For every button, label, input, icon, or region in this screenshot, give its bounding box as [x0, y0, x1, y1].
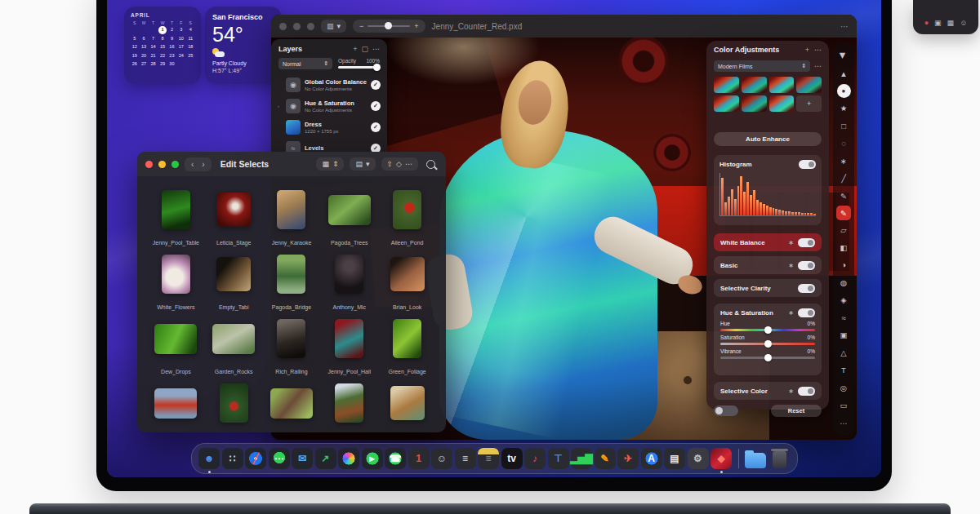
more-icon[interactable]: ⋯ — [405, 160, 412, 168]
dock-app-icon[interactable]: 1 — [408, 448, 430, 469]
preset-dropdown[interactable]: Modern Films ⇕ — [714, 60, 810, 72]
preset-thumbnail[interactable] — [769, 95, 795, 112]
titlebar-more-icon[interactable]: ⋯ — [840, 22, 849, 31]
zoom-out-icon[interactable]: − — [359, 22, 363, 30]
adjustment-toggle[interactable] — [798, 284, 815, 293]
zoom-window-button[interactable] — [307, 23, 314, 30]
file-item[interactable]: Jonathan_Garden — [263, 376, 321, 432]
tool-button[interactable]: ▲ — [835, 65, 853, 83]
tool-button[interactable]: ▶ — [835, 47, 853, 65]
tool-button[interactable]: ⋯ — [835, 414, 853, 432]
slider-knob[interactable] — [764, 340, 772, 348]
tool-button[interactable]: ∗ — [835, 153, 853, 171]
toolbar-icon[interactable]: ▣ — [934, 20, 942, 27]
file-thumbnail[interactable] — [390, 386, 425, 420]
histogram-toggle[interactable] — [799, 160, 816, 169]
tool-button[interactable]: ◧ — [835, 239, 853, 257]
toolbar-icon[interactable]: ▦ — [947, 20, 955, 27]
preset-thumbnail[interactable] — [796, 77, 822, 93]
file-item[interactable]: Green_Foliage — [378, 312, 436, 376]
group-layer-icon[interactable]: ▢ — [361, 45, 368, 53]
color-panel-more-icon[interactable]: ⋯ — [814, 46, 822, 54]
weather-widget[interactable]: San Francisco 54° Partly Cloudy H:57° L:… — [205, 7, 282, 84]
dock-app-icon[interactable]: ✎ — [595, 448, 616, 469]
file-thumbnail[interactable] — [277, 190, 305, 229]
dock-app-icon[interactable]: ✈ — [617, 448, 639, 469]
forward-button[interactable]: › — [202, 160, 204, 169]
trash-icon[interactable] — [773, 451, 786, 468]
auto-wand-icon[interactable]: ∗ — [788, 309, 794, 317]
layers-more-icon[interactable]: ⋯ — [372, 45, 380, 53]
preset-thumbnail[interactable] — [714, 95, 739, 112]
layer-row[interactable]: › ◉ Hue & Saturation No Color Adjustment… — [271, 95, 387, 117]
file-thumbnail[interactable] — [154, 388, 197, 419]
dock-app-icon[interactable]: ⚙ — [688, 448, 709, 469]
auto-enhance-button[interactable]: Auto Enhance — [714, 132, 822, 146]
dock-app-icon[interactable]: ☻ — [198, 448, 220, 469]
file-item[interactable]: Leticia_Stage — [205, 183, 263, 247]
compare-toggle[interactable] — [714, 405, 738, 416]
zoom-window-button[interactable] — [172, 161, 179, 168]
minimize-button[interactable] — [293, 23, 301, 30]
dock-app-icon[interactable]: ⊤ — [548, 448, 569, 469]
tool-button[interactable]: ★ — [835, 100, 853, 117]
reset-button[interactable]: Reset — [771, 405, 822, 417]
dock-app-icon[interactable]: ◆ — [710, 448, 732, 469]
dock-app-icon[interactable]: tv — [501, 448, 523, 469]
selective-color-row[interactable]: Selective Color ∗ — [714, 382, 822, 400]
auto-wand-icon[interactable]: ∗ — [788, 239, 794, 246]
preset-thumbnail[interactable] — [714, 77, 739, 93]
dock-app-icon[interactable]: ∷ — [222, 448, 243, 469]
file-item[interactable]: Garden_Rocks — [205, 312, 263, 376]
zoom-in-icon[interactable]: + — [414, 22, 418, 30]
file-thumbnail[interactable] — [270, 388, 313, 419]
layer-row[interactable]: ◉ Global Color Balance No Color Adjustme… — [271, 74, 387, 95]
dock-app-icon[interactable]: ⋯ — [269, 448, 290, 469]
adjustment-row[interactable]: White Balance ∗ — [714, 233, 822, 251]
hue-saturation-toggle[interactable] — [798, 308, 815, 317]
sidebar-toggle-button[interactable]: ▥ ▾ — [321, 20, 346, 33]
opacity-knob[interactable] — [373, 64, 381, 71]
file-item[interactable]: Jenny_Pool_Hall — [320, 312, 378, 376]
file-item[interactable]: Dew_Drops — [147, 312, 205, 376]
adjustment-toggle[interactable] — [798, 261, 815, 270]
dock-app-icon[interactable]: ▤ — [664, 448, 685, 469]
tool-button[interactable]: ◈ — [835, 291, 853, 309]
dock-app-icon[interactable]: ↗ — [315, 448, 336, 469]
add-layer-icon[interactable]: + — [353, 45, 357, 53]
file-thumbnail[interactable] — [154, 324, 197, 354]
tool-button[interactable]: ╱ — [835, 170, 853, 188]
file-item[interactable]: Brian_Look — [378, 247, 436, 312]
tool-button[interactable]: ◎ — [835, 379, 853, 397]
tool-button[interactable]: ✎ — [835, 188, 853, 206]
toolbar-icon[interactable]: ☺ — [960, 20, 967, 27]
preset-more-icon[interactable]: ⋯ — [814, 62, 822, 70]
file-item[interactable]: Kate_Rocks — [205, 376, 263, 432]
dock-app-icon[interactable]: ✉ — [292, 448, 313, 469]
calendar-widget[interactable]: APRIL SMTWTFS 12345678910111213141516171… — [124, 7, 201, 84]
zoom-slider[interactable]: − + — [353, 20, 425, 33]
file-thumbnail[interactable] — [335, 383, 363, 423]
dock-app-icon[interactable]: ≡ — [455, 448, 476, 469]
dock-app-icon[interactable]: ╱ — [245, 448, 266, 469]
layer-row[interactable]: Dress 1220 × 1755 px ✓ — [271, 117, 387, 138]
file-thumbnail[interactable] — [162, 190, 190, 229]
opacity-control[interactable]: Opacity 100% — [338, 58, 380, 69]
file-thumbnail[interactable] — [277, 255, 305, 294]
tool-button[interactable]: ▱ — [835, 221, 853, 239]
file-item[interactable]: Pagoda_Bridge — [263, 247, 321, 312]
file-item[interactable]: Andre_Stairs — [378, 376, 436, 432]
file-thumbnail[interactable] — [328, 195, 371, 225]
dock-app-icon[interactable]: A — [641, 448, 662, 469]
file-thumbnail[interactable] — [335, 255, 363, 294]
preset-thumbnail[interactable] — [742, 77, 767, 93]
tag-icon[interactable]: ◇ — [396, 160, 402, 168]
downloads-folder-icon[interactable] — [745, 453, 766, 468]
disclosure-icon[interactable]: › — [278, 104, 282, 109]
tool-button[interactable]: T — [835, 361, 853, 379]
file-item[interactable]: Pagoda_Trees — [320, 183, 378, 247]
file-item[interactable]: Tree_House — [320, 376, 378, 432]
file-thumbnail[interactable] — [162, 255, 190, 294]
search-icon[interactable] — [426, 160, 435, 169]
slider-knob[interactable] — [764, 326, 772, 334]
